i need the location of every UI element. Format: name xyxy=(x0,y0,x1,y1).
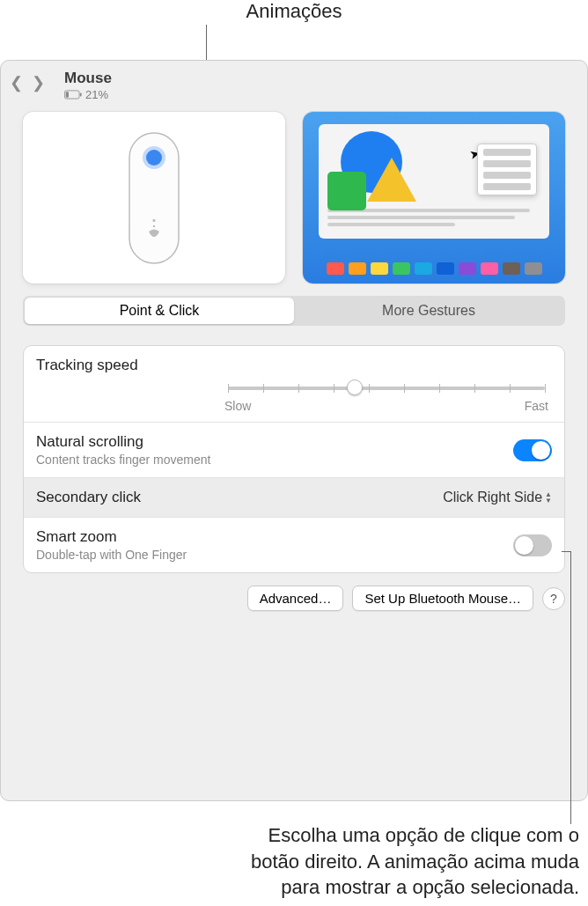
back-button[interactable]: ❮ xyxy=(10,75,23,91)
tab-bar: Point & Click More Gestures xyxy=(23,296,565,326)
title-block: Mouse 21% xyxy=(64,70,112,101)
annotation-top: Animações xyxy=(0,0,588,23)
smart-zoom-toggle[interactable] xyxy=(513,534,552,556)
battery-percent: 21% xyxy=(85,88,108,101)
chevron-up-down-icon: ▲▼ xyxy=(545,491,552,504)
smart-zoom-label: Smart zoom xyxy=(36,528,513,546)
secondary-click-label: Secondary click xyxy=(36,489,443,506)
row-secondary-click: Secondary click Click Right Side ▲▼ xyxy=(24,477,564,517)
tracking-speed-label: Tracking speed xyxy=(36,357,552,374)
animation-shapes xyxy=(327,131,433,202)
forward-button[interactable]: ❯ xyxy=(32,75,45,91)
natural-scrolling-toggle[interactable] xyxy=(513,439,552,461)
annotation-right-leader xyxy=(570,551,571,824)
battery-status: 21% xyxy=(64,88,112,101)
annotation-bottom-line1: Escolha uma opção de clique com o xyxy=(35,822,579,849)
mouse-icon xyxy=(119,128,189,269)
advanced-button[interactable]: Advanced… xyxy=(247,586,344,611)
titlebar: ❮ ❯ Mouse 21% xyxy=(1,61,587,107)
natural-scrolling-sublabel: Content tracks finger movement xyxy=(36,453,513,467)
tab-point-and-click[interactable]: Point & Click xyxy=(25,298,294,324)
animation-mock-window: ➤ xyxy=(319,124,549,239)
mouse-illustration xyxy=(23,112,285,284)
settings-panel: Tracking speed Slow Fast Natural scrolli… xyxy=(23,345,565,573)
slider-label-fast: Fast xyxy=(525,399,548,413)
annotation-bottom: Escolha uma opção de clique com o botão … xyxy=(0,822,588,906)
slider-label-slow: Slow xyxy=(224,399,251,413)
bottom-button-row: Advanced… Set Up Bluetooth Mouse… ? xyxy=(1,573,587,611)
row-tracking-speed: Tracking speed Slow Fast xyxy=(24,346,564,422)
secondary-click-value: Click Right Side xyxy=(443,490,542,505)
annotation-bottom-line2: botão direito. A animação acima muda xyxy=(35,849,579,875)
tracking-speed-slider[interactable]: Slow Fast xyxy=(221,387,552,413)
svg-rect-1 xyxy=(80,92,82,96)
svg-rect-7 xyxy=(153,219,156,222)
nav-arrows: ❮ ❯ xyxy=(10,70,45,91)
smart-zoom-sublabel: Double-tap with One Finger xyxy=(36,548,513,562)
setup-bluetooth-button[interactable]: Set Up Bluetooth Mouse… xyxy=(352,586,533,611)
row-natural-scrolling: Natural scrolling Content tracks finger … xyxy=(24,422,564,477)
preview-row: ➤ xyxy=(1,112,587,284)
row-smart-zoom: Smart zoom Double-tap with One Finger xyxy=(24,517,564,572)
animation-preview: ➤ xyxy=(303,112,565,284)
annotation-top-leader xyxy=(206,25,207,62)
preferences-window: ❮ ❯ Mouse 21% xyxy=(0,60,588,801)
secondary-click-popup[interactable]: Click Right Side ▲▼ xyxy=(443,490,552,505)
svg-point-6 xyxy=(153,225,155,226)
battery-icon xyxy=(64,90,82,99)
help-button[interactable]: ? xyxy=(542,587,565,610)
context-menu-mock xyxy=(477,144,537,195)
color-palette xyxy=(303,262,565,275)
page-title: Mouse xyxy=(64,70,112,87)
tab-more-gestures[interactable]: More Gestures xyxy=(294,298,563,324)
annotation-bottom-line3: para mostrar a opção selecionada. xyxy=(35,874,579,901)
natural-scrolling-label: Natural scrolling xyxy=(36,433,513,451)
svg-rect-2 xyxy=(66,92,69,98)
